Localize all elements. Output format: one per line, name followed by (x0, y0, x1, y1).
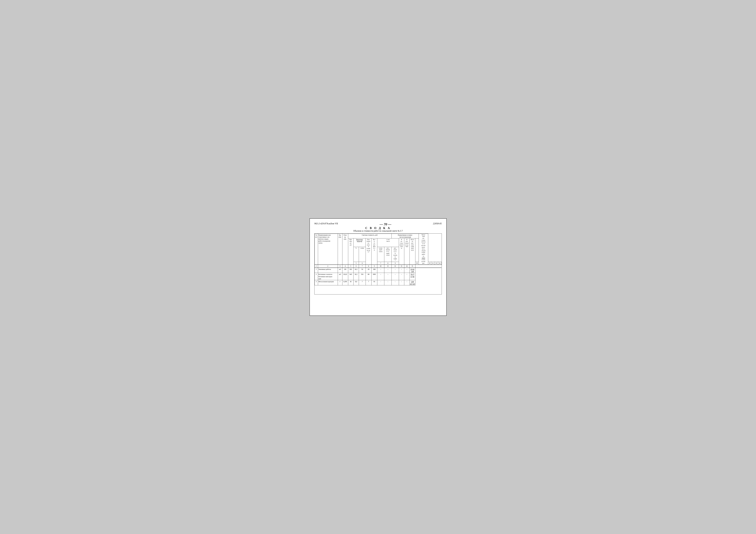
cn-6: 6 (353, 265, 359, 268)
col-n-5: 5 (353, 262, 359, 265)
title-sub: Объемов и стоимости работ по локальной с… (314, 230, 442, 232)
table-container: №п/п Наименование кон-структивных эле-ме… (314, 233, 442, 294)
col-header-osnov: основ.зараб.платы (377, 247, 384, 262)
col-header-kvo: К-воед.изм. (342, 234, 348, 265)
row1-nakl-pct: I6,5 (353, 268, 359, 273)
cn-7: 7 (359, 265, 366, 268)
row1-ed: м3 (338, 268, 342, 273)
col-n-11: II (428, 262, 431, 265)
col-header-normativnaya: Нормативная условно-чистая продукция (392, 234, 419, 238)
cn-12: I2 (392, 265, 399, 268)
col-header-nakl: Накладныхрасходов (353, 238, 365, 247)
col-n-8: 8 (384, 262, 392, 265)
table-row: I Земляные работы м3 2I0 302 I6,5 50 28 … (314, 268, 442, 273)
cn-10: I0 (377, 265, 384, 268)
row2-kvo: 20,62 (342, 273, 348, 280)
title-main: С В О Д К А (314, 227, 442, 230)
row1-nakl-sum: 50 (359, 268, 366, 273)
row3-ed: т (338, 280, 342, 285)
cn-2: 2 (318, 265, 338, 268)
col-header-smetnaya: Сметная стоимость, руб. (348, 234, 392, 238)
row2-ed: м3 (338, 273, 342, 280)
row2-nakl2: – (399, 273, 404, 280)
row3-osnov: – (377, 280, 384, 285)
col-n-14: I4 (438, 262, 442, 265)
main-table: №п/п Наименование кон-структивных эле-ме… (314, 234, 442, 294)
cn-8: 8 (365, 265, 371, 268)
cn-5: 5 (348, 265, 353, 268)
table-row: 2 Бетонные и железо-бетонные конструк-ци… (314, 273, 442, 280)
row2-osnov: – (377, 273, 384, 280)
row3-ekspl: – (384, 280, 392, 285)
doc-number: 902-2-429.87 (314, 222, 327, 225)
col-header-plan: Пла-новыхна-копл.%стоим.по гр.5,7 (365, 238, 371, 265)
col-n-10: I0 (415, 262, 418, 265)
col-header-nakl2: Вна-клад.накоп-ным% (399, 238, 404, 265)
doc-id: 22058-05 (433, 222, 442, 225)
page: 902-2-429.87 Альбом VII — 70 — 22058-05 … (310, 218, 446, 316)
row3-udel: 5,66477,39 (410, 280, 415, 285)
page-number: — 70 — (338, 222, 433, 226)
row2-name: Бетонные и железо-бетонные конструк-ции (318, 273, 338, 280)
row2-plan2: – (404, 273, 410, 280)
row3-num: 3 (314, 280, 318, 285)
col-header-raskh: рас-ходовв т.ч.%суммыпографе7 (392, 247, 399, 262)
row2-num: 2 (314, 273, 318, 280)
col-numbers-row-full: I 2 3 4 5 6 7 8 9 I0 II I2 I3 I4 I5 (314, 265, 442, 268)
cn-9: 9 (371, 265, 377, 268)
row2-vse: II89 (371, 273, 377, 280)
table-row: 3 Металлоконструкции т 0,I99 8I 8,6 7 7 … (314, 280, 442, 285)
col-header-prya: Пря-мыхзат-рат (348, 238, 353, 265)
row3-prya: 8I (348, 280, 353, 285)
row2-ekspl: – (384, 273, 392, 280)
row2-nakl-sum: I56 (359, 273, 366, 280)
cn-1: I (314, 265, 318, 268)
col-n-7: 7 (377, 262, 384, 265)
row1-nakl2: – (399, 268, 404, 273)
row2-nakl-pct: I6,5 (353, 273, 359, 280)
col-header-num: №п/п (314, 234, 318, 265)
row2-raskh: – (392, 273, 399, 280)
cn-11: II (384, 265, 392, 268)
row3-nakl-pct: 8,6 (353, 280, 359, 285)
row1-name: Земляные работы (318, 268, 338, 273)
cn-14: I4 (404, 265, 410, 268)
col-header-ed: Ед.изм. (338, 234, 342, 265)
row2-udel: 70,7757,66 (410, 273, 415, 280)
col-header-nakl-pct: % (353, 247, 359, 262)
col-n-9: 9 (392, 262, 399, 265)
cn-4: 4 (342, 265, 348, 268)
col-n-13: I3 (435, 262, 438, 265)
title-block: С В О Д К А Объемов и стоимости работ по… (314, 227, 442, 232)
col-header-vsego: Всегоподан-ным графI0,III2,I3 (410, 238, 415, 265)
row3-plan: 7 (365, 280, 371, 285)
cn-15: I5 (410, 265, 415, 268)
row3-plan2: – (404, 280, 410, 285)
row1-ekspl: – (384, 268, 392, 273)
album: Альбом VII (327, 222, 338, 225)
col-header-nakl-sum: сумма (359, 247, 366, 262)
col-header-udel: Удель-ныйвесстоим.констрэл-таили ви-да р… (419, 234, 428, 265)
row3-kvo: 0,I99 (342, 280, 348, 285)
cn-3: 3 (338, 265, 342, 268)
row2-prya: 945 (348, 273, 353, 280)
row3-nakl-sum: 7 (359, 280, 366, 285)
row1-vse: 380 (371, 268, 377, 273)
col-n-6: 6 (359, 262, 366, 265)
col-n-12: I2 (431, 262, 435, 265)
row1-plan2: – (404, 268, 410, 273)
row1-udel: 22,621,8I (410, 268, 415, 273)
row1-num: I (314, 268, 318, 273)
row3-raskh: – (392, 280, 399, 285)
empty-row (314, 285, 442, 294)
row2-plan: 88 (365, 273, 371, 280)
col-header-vse: Все-гопотра-фам5,7,8 (371, 238, 377, 265)
row3-name: Металлоконструкции (318, 280, 338, 285)
col-header-name: Наименование кон-структивных эле-ментов … (318, 234, 338, 265)
row1-plan: 28 (365, 268, 371, 273)
col-header-v-tom: в томчисле (377, 238, 399, 247)
row1-prya: 302 (348, 268, 353, 273)
header-row-1: №п/п Наименование кон-структивных эле-ме… (314, 234, 442, 238)
header: 902-2-429.87 Альбом VII — 70 — 22058-05 (314, 222, 442, 226)
cn-13: I3 (399, 265, 404, 268)
